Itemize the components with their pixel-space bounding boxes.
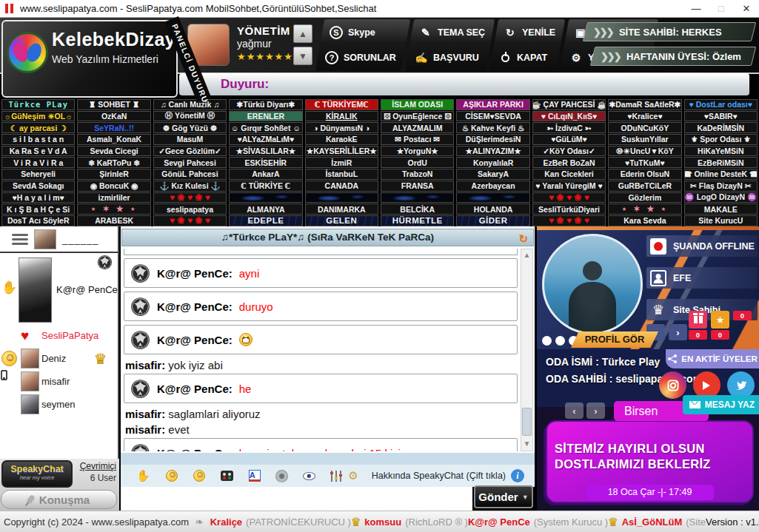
scroll-down-button[interactable]: ▼ bbox=[293, 47, 312, 65]
room-cell[interactable]: Sevda Cicegi bbox=[77, 146, 150, 157]
room-cell[interactable]: Site KurucU bbox=[684, 215, 758, 226]
settings-sliders-icon[interactable] bbox=[331, 471, 333, 482]
room-cell[interactable]: ♒ LogO DizayN ♒ bbox=[684, 192, 758, 203]
tema-sec-button[interactable]: ✎TEMA SEÇ bbox=[419, 24, 485, 41]
room-cell[interactable]: ERENLER bbox=[229, 111, 302, 122]
room-cell[interactable]: İzmiR bbox=[305, 157, 378, 168]
scroll-down-arrow[interactable]: ▼ bbox=[521, 438, 532, 451]
room-cell[interactable]: ☕ ÇAY PAHCESİ ☕ bbox=[532, 99, 606, 110]
self-user-row[interactable]: ______ bbox=[0, 226, 118, 253]
footer-credit[interactable]: K@r@ PenCe (System Kurucu ) bbox=[468, 516, 608, 528]
star-icon[interactable]: ★ bbox=[711, 311, 729, 329]
wave-hand-icon[interactable]: ✋ bbox=[136, 469, 150, 482]
site-owner-banner[interactable]: ❯❯❯SİTE SAHİBİ: HERKES bbox=[583, 22, 756, 41]
message-next-button[interactable]: › bbox=[586, 403, 605, 419]
room-cell[interactable]: GönüL Pahcesi bbox=[153, 169, 227, 180]
logo[interactable]: KelebekDizayn Web Yazılım Hizmetleri bbox=[1, 20, 178, 98]
room-cell-decor[interactable] bbox=[153, 215, 227, 226]
room-cell[interactable]: GİDER bbox=[456, 215, 529, 226]
room-cell-decor[interactable] bbox=[532, 192, 606, 203]
room-cell[interactable]: K ı Ş B a H Ç e Si bbox=[1, 203, 75, 215]
user-row-seymen[interactable]: seymen bbox=[0, 393, 118, 416]
room-cell[interactable]: Ⓗ YönetiM Ⓗ bbox=[153, 111, 227, 122]
skype-button[interactable]: SSkype bbox=[330, 24, 401, 41]
video-icon[interactable] bbox=[221, 471, 233, 481]
room-cell[interactable]: SevdA Sokagı bbox=[1, 181, 75, 192]
room-cell[interactable]: Azerbaycan bbox=[456, 181, 529, 192]
input-row[interactable] bbox=[121, 487, 472, 511]
room-cell[interactable]: ♥ CıLqıN_KııS♥ bbox=[532, 111, 606, 122]
room-cell[interactable]: ⚓ Kız Kulesi ⚓ bbox=[153, 181, 227, 192]
room-cell[interactable]: KaraokE bbox=[305, 134, 378, 145]
menu-icon[interactable] bbox=[12, 234, 28, 245]
room-cell[interactable]: SakaryA bbox=[456, 169, 529, 180]
room-cell[interactable]: DANIMARKA bbox=[305, 203, 378, 215]
room-cell-decor[interactable] bbox=[153, 192, 227, 203]
room-cell[interactable]: Seheryeli bbox=[1, 169, 75, 180]
kapat-button[interactable]: KAPAT bbox=[499, 50, 551, 66]
scroll-thumb[interactable] bbox=[522, 408, 532, 436]
room-cell[interactable]: ☎ Online DesteK ☎ bbox=[684, 169, 758, 180]
room-cell[interactable]: BELCİKA bbox=[381, 203, 454, 215]
room-cell[interactable]: SesliTürküDiyari bbox=[532, 203, 606, 215]
room-cell[interactable]: ♥ Yaralı YüregiM ♥ bbox=[532, 181, 606, 192]
room-cell[interactable]: Kara Sevda bbox=[608, 215, 681, 226]
room-cell[interactable]: DosT Acı SöyleR bbox=[1, 215, 75, 226]
room-cell[interactable]: ♨ Kahve Keyfi ♨ bbox=[456, 122, 529, 133]
room-cell[interactable]: ♥Kralice♥ bbox=[608, 111, 681, 122]
room-cell[interactable]: CİSEM♥SEVDA bbox=[456, 111, 529, 122]
room-cell[interactable]: CANADA bbox=[305, 181, 378, 192]
footer-credit[interactable]: ♛komsuu (RichLoRD ® ) bbox=[351, 515, 468, 528]
room-cell-decor[interactable] bbox=[229, 192, 302, 203]
room-cell[interactable]: ☾ ay parcasi ☽ bbox=[1, 122, 75, 133]
week-member-banner[interactable]: ❯❯❯HAFTANIN ÜYESİ: Özlem bbox=[590, 47, 756, 66]
room-cell[interactable]: Asmalı_KonaK bbox=[77, 134, 150, 145]
room-cell-decor[interactable] bbox=[608, 203, 681, 215]
room-cell[interactable]: izmirliler bbox=[77, 192, 150, 203]
write-message-button[interactable]: MESAJ YAZ bbox=[683, 395, 759, 414]
close-button[interactable]: ✕ bbox=[734, 0, 759, 17]
user-row-karapence[interactable]: ✋ K@r@ PenCe bbox=[0, 253, 118, 324]
room-cell-decor[interactable] bbox=[532, 215, 606, 226]
user-row-misafir[interactable]: misafir bbox=[0, 370, 118, 393]
webcam-icon[interactable] bbox=[276, 471, 287, 482]
room-cell[interactable]: KaDeRİMSİN bbox=[684, 122, 758, 133]
room-cell[interactable]: ALMANYA bbox=[229, 203, 302, 215]
room-cell[interactable]: AŞIKLAR PARKI bbox=[456, 99, 529, 110]
eye-icon[interactable] bbox=[303, 472, 315, 480]
room-cell[interactable]: ŞirinleR bbox=[77, 169, 150, 180]
scroll-up-button[interactable]: ▲ bbox=[293, 24, 312, 43]
room-cell[interactable]: MAKALE bbox=[684, 203, 758, 215]
smiley-icon[interactable] bbox=[166, 470, 178, 482]
room-cell[interactable]: ★KAYSERİLİLER★ bbox=[305, 146, 378, 157]
room-cell[interactable]: ♜ SOHBET ♜ bbox=[77, 99, 150, 110]
room-cell[interactable]: ARABESK bbox=[77, 215, 150, 226]
room-cell[interactable]: Sevgi Pahcesi bbox=[153, 157, 227, 168]
room-cell-decor[interactable] bbox=[77, 203, 150, 215]
room-cell[interactable]: ⑩☀UncU▼KöY bbox=[608, 146, 681, 157]
room-cell[interactable]: ◑ DünyamsıN ◑ bbox=[305, 122, 378, 133]
gear-icon[interactable]: ⚙ bbox=[348, 469, 358, 482]
room-cell[interactable]: ✂ Flaş DizayN ✂ bbox=[684, 181, 758, 192]
yenile-button[interactable]: ↻YENİLE bbox=[504, 24, 555, 41]
room-cell[interactable]: ☸ Gög Yüzü ☸ bbox=[153, 122, 227, 133]
room-cell[interactable]: İstanbuL bbox=[305, 169, 378, 180]
chat-scrollbar[interactable]: ▲ ▼ bbox=[521, 249, 533, 451]
room-cell[interactable]: ODuNCuKöY bbox=[608, 122, 681, 133]
room-cell[interactable]: ESKİSEHİR bbox=[229, 157, 302, 168]
room-cell-decor[interactable] bbox=[381, 192, 454, 203]
room-cell[interactable]: ♫ Canlı Müzik ♫ bbox=[153, 99, 227, 110]
room-cell[interactable]: SuskunYıllar bbox=[608, 134, 681, 145]
room-cell[interactable]: MasuM bbox=[153, 134, 227, 145]
room-cell[interactable]: TrabzoN bbox=[381, 169, 454, 180]
room-cell[interactable]: ℂ TÜRKİYEMℂ bbox=[305, 99, 378, 110]
maximize-button[interactable]: □ bbox=[709, 0, 734, 17]
room-cell[interactable]: KonyalılaR bbox=[456, 157, 529, 168]
room-cell[interactable]: ◉ BoncuK ◉ bbox=[77, 181, 150, 192]
room-cell[interactable]: EzBeRiMSiN bbox=[684, 157, 758, 168]
gift-icon[interactable] bbox=[689, 311, 707, 329]
room-cell[interactable]: ⚜ Spor Odası ⚜ bbox=[684, 134, 758, 145]
room-cell[interactable]: AnkarA bbox=[229, 169, 302, 180]
room-cell[interactable]: ☼GüNeşim ☀OL☼ bbox=[1, 111, 75, 122]
room-cell[interactable]: ✱Türkü Diyarı✱ bbox=[229, 99, 302, 110]
